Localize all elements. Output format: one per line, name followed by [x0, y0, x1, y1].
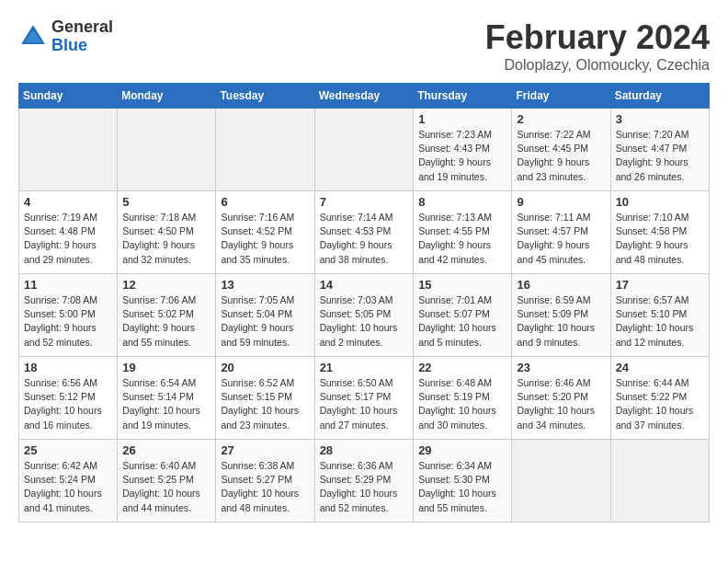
- day-info: Sunrise: 7:03 AM Sunset: 5:05 PM Dayligh…: [320, 293, 409, 350]
- day-number: 20: [221, 361, 309, 374]
- day-number: 27: [221, 443, 309, 457]
- day-info: Sunrise: 7:08 AM Sunset: 5:00 PM Dayligh…: [24, 293, 112, 350]
- calendar-cell: 28Sunrise: 6:36 AM Sunset: 5:29 PM Dayli…: [314, 440, 414, 523]
- day-number: 5: [122, 195, 210, 209]
- calendar-cell: 3Sunrise: 7:20 AM Sunset: 4:47 PM Daylig…: [610, 109, 709, 191]
- calendar-cell: 1Sunrise: 7:23 AM Sunset: 4:43 PM Daylig…: [414, 109, 512, 191]
- calendar-cell: [512, 440, 610, 523]
- calendar-week-row: 25Sunrise: 6:42 AM Sunset: 5:24 PM Dayli…: [19, 440, 710, 523]
- day-info: Sunrise: 6:42 AM Sunset: 5:24 PM Dayligh…: [24, 459, 112, 515]
- calendar-cell: 6Sunrise: 7:16 AM Sunset: 4:52 PM Daylig…: [216, 191, 314, 274]
- day-info: Sunrise: 6:59 AM Sunset: 5:09 PM Dayligh…: [517, 293, 605, 350]
- calendar-cell: 8Sunrise: 7:13 AM Sunset: 4:55 PM Daylig…: [414, 191, 512, 274]
- day-info: Sunrise: 7:22 AM Sunset: 4:45 PM Dayligh…: [517, 128, 605, 184]
- calendar-cell: 9Sunrise: 7:11 AM Sunset: 4:57 PM Daylig…: [512, 191, 610, 274]
- day-info: Sunrise: 7:20 AM Sunset: 4:47 PM Dayligh…: [616, 128, 704, 184]
- day-number: 16: [517, 278, 605, 292]
- day-number: 11: [24, 278, 112, 292]
- calendar-cell: 12Sunrise: 7:06 AM Sunset: 5:02 PM Dayli…: [118, 274, 216, 357]
- day-number: 19: [122, 361, 210, 374]
- day-info: Sunrise: 6:56 AM Sunset: 5:12 PM Dayligh…: [24, 376, 112, 432]
- logo-general-text: General: [51, 17, 113, 36]
- logo-icon: [18, 22, 48, 52]
- calendar-cell: 2Sunrise: 7:22 AM Sunset: 4:45 PM Daylig…: [512, 109, 610, 191]
- calendar-cell: 15Sunrise: 7:01 AM Sunset: 5:07 PM Dayli…: [414, 274, 512, 357]
- calendar-cell: 22Sunrise: 6:48 AM Sunset: 5:19 PM Dayli…: [414, 357, 512, 440]
- calendar-cell: 20Sunrise: 6:52 AM Sunset: 5:15 PM Dayli…: [216, 357, 314, 440]
- day-number: 10: [616, 195, 704, 209]
- day-info: Sunrise: 7:16 AM Sunset: 4:52 PM Dayligh…: [221, 211, 309, 267]
- logo: General Blue: [18, 18, 113, 55]
- day-number: 18: [24, 361, 112, 374]
- day-number: 28: [320, 443, 409, 457]
- weekday-header: Saturday: [610, 84, 709, 109]
- day-info: Sunrise: 7:10 AM Sunset: 4:58 PM Dayligh…: [616, 211, 704, 267]
- day-number: 26: [122, 443, 210, 457]
- calendar-cell: 17Sunrise: 6:57 AM Sunset: 5:10 PM Dayli…: [610, 274, 709, 357]
- calendar-week-row: 4Sunrise: 7:19 AM Sunset: 4:48 PM Daylig…: [19, 191, 710, 274]
- day-info: Sunrise: 6:57 AM Sunset: 5:10 PM Dayligh…: [616, 293, 704, 350]
- day-info: Sunrise: 7:05 AM Sunset: 5:04 PM Dayligh…: [221, 293, 309, 350]
- day-info: Sunrise: 6:50 AM Sunset: 5:17 PM Dayligh…: [320, 376, 409, 432]
- calendar-cell: 19Sunrise: 6:54 AM Sunset: 5:14 PM Dayli…: [118, 357, 216, 440]
- day-number: 4: [24, 195, 112, 209]
- day-info: Sunrise: 7:23 AM Sunset: 4:43 PM Dayligh…: [418, 128, 506, 184]
- day-number: 6: [221, 195, 309, 209]
- calendar-cell: 11Sunrise: 7:08 AM Sunset: 5:00 PM Dayli…: [19, 274, 118, 357]
- calendar-cell: 5Sunrise: 7:18 AM Sunset: 4:50 PM Daylig…: [118, 191, 216, 274]
- calendar-cell: [118, 109, 216, 191]
- header: General Blue February 2024 Doloplazy, Ol…: [18, 18, 710, 74]
- weekday-header: Sunday: [19, 84, 118, 109]
- calendar-cell: [216, 109, 314, 191]
- weekday-header: Tuesday: [216, 84, 314, 109]
- logo-blue-text: Blue: [51, 36, 87, 54]
- day-number: 13: [221, 278, 309, 292]
- calendar-cell: 26Sunrise: 6:40 AM Sunset: 5:25 PM Dayli…: [118, 440, 216, 523]
- day-info: Sunrise: 6:44 AM Sunset: 5:22 PM Dayligh…: [616, 376, 704, 432]
- day-number: 14: [320, 278, 409, 292]
- weekday-header: Friday: [512, 84, 610, 109]
- weekday-header-row: SundayMondayTuesdayWednesdayThursdayFrid…: [19, 84, 710, 109]
- day-info: Sunrise: 6:46 AM Sunset: 5:20 PM Dayligh…: [517, 376, 605, 432]
- calendar-cell: 27Sunrise: 6:38 AM Sunset: 5:27 PM Dayli…: [216, 440, 314, 523]
- calendar-subtitle: Doloplazy, Olomoucky, Czechia: [485, 57, 710, 74]
- calendar-cell: [610, 440, 709, 523]
- day-info: Sunrise: 7:11 AM Sunset: 4:57 PM Dayligh…: [517, 211, 605, 267]
- day-number: 8: [418, 195, 506, 209]
- day-info: Sunrise: 7:19 AM Sunset: 4:48 PM Dayligh…: [24, 211, 112, 267]
- day-info: Sunrise: 7:13 AM Sunset: 4:55 PM Dayligh…: [418, 211, 506, 267]
- calendar-week-row: 1Sunrise: 7:23 AM Sunset: 4:43 PM Daylig…: [19, 109, 710, 191]
- day-info: Sunrise: 6:38 AM Sunset: 5:27 PM Dayligh…: [221, 459, 309, 515]
- calendar-week-row: 11Sunrise: 7:08 AM Sunset: 5:00 PM Dayli…: [19, 274, 710, 357]
- day-number: 22: [418, 361, 506, 374]
- calendar-cell: 29Sunrise: 6:34 AM Sunset: 5:30 PM Dayli…: [414, 440, 512, 523]
- day-info: Sunrise: 6:52 AM Sunset: 5:15 PM Dayligh…: [221, 376, 309, 432]
- day-number: 23: [517, 361, 605, 374]
- day-info: Sunrise: 6:54 AM Sunset: 5:14 PM Dayligh…: [122, 376, 210, 432]
- calendar-title: February 2024: [485, 18, 710, 57]
- day-info: Sunrise: 7:14 AM Sunset: 4:53 PM Dayligh…: [320, 211, 409, 267]
- calendar-week-row: 18Sunrise: 6:56 AM Sunset: 5:12 PM Dayli…: [19, 357, 710, 440]
- day-number: 7: [320, 195, 409, 209]
- weekday-header: Thursday: [414, 84, 512, 109]
- calendar-cell: 16Sunrise: 6:59 AM Sunset: 5:09 PM Dayli…: [512, 274, 610, 357]
- calendar-cell: 10Sunrise: 7:10 AM Sunset: 4:58 PM Dayli…: [610, 191, 709, 274]
- day-number: 17: [616, 278, 704, 292]
- weekday-header: Monday: [118, 84, 216, 109]
- title-area: February 2024 Doloplazy, Olomoucky, Czec…: [485, 18, 710, 74]
- calendar-cell: 7Sunrise: 7:14 AM Sunset: 4:53 PM Daylig…: [314, 191, 414, 274]
- day-number: 9: [517, 195, 605, 209]
- day-number: 1: [418, 112, 506, 126]
- calendar-cell: 18Sunrise: 6:56 AM Sunset: 5:12 PM Dayli…: [19, 357, 118, 440]
- calendar-cell: 4Sunrise: 7:19 AM Sunset: 4:48 PM Daylig…: [19, 191, 118, 274]
- calendar-cell: [314, 109, 414, 191]
- day-number: 3: [616, 112, 704, 126]
- day-number: 24: [616, 361, 704, 374]
- day-info: Sunrise: 6:40 AM Sunset: 5:25 PM Dayligh…: [122, 459, 210, 515]
- calendar-cell: 25Sunrise: 6:42 AM Sunset: 5:24 PM Dayli…: [19, 440, 118, 523]
- day-number: 25: [24, 443, 112, 457]
- day-number: 2: [517, 112, 605, 126]
- day-number: 15: [418, 278, 506, 292]
- calendar-table: SundayMondayTuesdayWednesdayThursdayFrid…: [18, 83, 710, 523]
- day-number: 12: [122, 278, 210, 292]
